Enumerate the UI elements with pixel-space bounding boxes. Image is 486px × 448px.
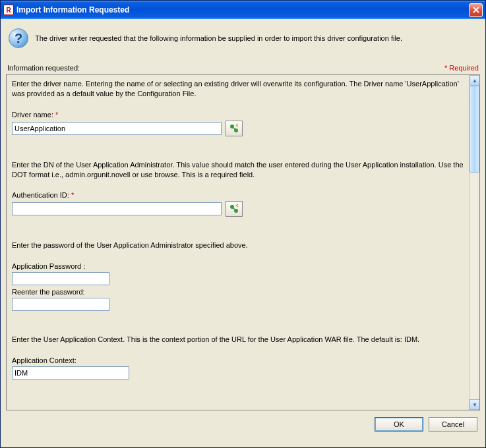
app-context-input[interactable] <box>12 366 129 379</box>
app-password-description: Enter the password of the User Applicati… <box>12 240 464 250</box>
header-info: ? The driver writer requested that the f… <box>1 19 485 64</box>
scroll-up-button[interactable]: ▲ <box>470 75 480 86</box>
auth-id-browse-button[interactable] <box>226 201 243 217</box>
header-text: The driver writer requested that the fol… <box>35 34 402 42</box>
section-labels: Information requested: * Required <box>1 64 485 74</box>
scrollbar[interactable]: ▲ ▼ <box>469 75 479 410</box>
form-content: Enter the driver name. Entering the name… <box>7 75 469 410</box>
info-requested-label: Information requested: <box>7 64 80 72</box>
driver-name-label-text: Driver name: <box>12 111 53 119</box>
required-label: * Required <box>444 64 479 72</box>
scroll-down-button[interactable]: ▼ <box>470 399 480 410</box>
app-password-group: Enter the password of the User Applicati… <box>12 240 464 311</box>
auth-id-group: Enter the DN of the User Application Adm… <box>12 160 464 217</box>
browse-icon <box>229 123 239 134</box>
scroll-track[interactable] <box>470 86 479 399</box>
app-password-input[interactable] <box>12 272 109 285</box>
driver-name-label: Driver name: * <box>12 111 464 119</box>
reenter-password-label: Reenter the password: <box>12 288 464 296</box>
reenter-password-input[interactable] <box>12 298 109 311</box>
driver-name-group: Enter the driver name. Entering the name… <box>12 79 464 136</box>
ok-button[interactable]: OK <box>375 417 423 432</box>
scroll-thumb[interactable] <box>470 86 479 173</box>
required-asterisk: * <box>55 111 58 119</box>
required-asterisk: * <box>71 191 74 199</box>
auth-id-input[interactable] <box>12 202 222 215</box>
driver-name-input[interactable] <box>12 122 222 135</box>
app-password-label: Application Password : <box>12 262 464 270</box>
close-icon <box>473 7 479 13</box>
app-icon: R <box>3 5 14 15</box>
button-bar: OK Cancel <box>1 410 485 438</box>
auth-id-description: Enter the DN of the User Application Adm… <box>12 160 464 180</box>
form-scroll-area: Enter the driver name. Entering the name… <box>6 74 480 410</box>
auth-id-label-text: Authentication ID: <box>12 191 69 199</box>
auth-id-label: Authentication ID: * <box>12 191 464 199</box>
cancel-button[interactable]: Cancel <box>429 417 477 432</box>
browse-icon <box>229 204 239 214</box>
titlebar: R Import Information Requested <box>1 1 485 19</box>
driver-name-browse-button[interactable] <box>226 121 243 136</box>
app-context-label: Application Context: <box>12 356 464 364</box>
app-context-group: Enter the User Application Context. This… <box>12 335 464 379</box>
close-button[interactable] <box>469 3 483 17</box>
question-icon: ? <box>9 28 28 48</box>
window-title: Import Information Requested <box>16 5 469 14</box>
driver-name-description: Enter the driver name. Entering the name… <box>12 79 464 99</box>
app-context-description: Enter the User Application Context. This… <box>12 335 464 345</box>
